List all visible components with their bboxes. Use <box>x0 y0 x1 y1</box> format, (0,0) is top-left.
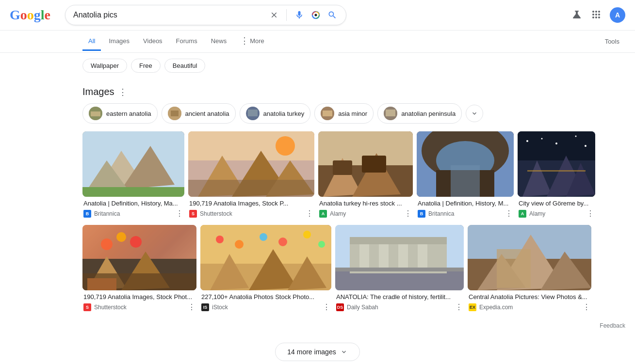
svg-point-43 <box>575 136 577 137</box>
svg-point-62 <box>235 240 244 249</box>
main-content: Images ⋮ eastern anatolia ancient anatol… <box>0 79 635 333</box>
source-info: DS Daily Sabah <box>336 303 378 311</box>
image-card-row2-2[interactable]: 227,100+ Anatolia Photos Stock Photo... … <box>200 225 331 315</box>
source-info: EX Expedia.com <box>469 303 513 311</box>
chip-wallpaper[interactable]: Wallpaper <box>82 59 127 73</box>
card-options-icon[interactable]: ⋮ <box>176 209 183 218</box>
svg-rect-23 <box>188 180 314 197</box>
search-button[interactable] <box>326 9 338 21</box>
card-options-icon[interactable]: ⋮ <box>455 302 463 312</box>
expand-related-button[interactable] <box>466 105 483 122</box>
image-source: S Shutterstock ⋮ <box>189 209 313 218</box>
voice-search-button[interactable] <box>293 9 305 21</box>
image-info: Anatolia turkey hi-res stock ... A Alamy… <box>318 197 413 221</box>
image-title: ANATOLIA: The cradle of history, fertili… <box>336 293 463 301</box>
svg-rect-72 <box>398 244 408 269</box>
image-info: 190,719 Anatolia Images, Stock Phot... S… <box>82 290 196 315</box>
header-right: A <box>571 7 625 23</box>
source-name: Britannica <box>94 210 120 217</box>
image-title: 190,719 Anatolia Images, Stock Phot... <box>83 293 195 301</box>
related-chip-anatolia-turkey[interactable]: anatolia turkey <box>240 103 311 124</box>
labs-button[interactable] <box>571 9 583 22</box>
svg-rect-9 <box>323 111 332 116</box>
source-favicon: S <box>83 303 91 311</box>
svg-rect-29 <box>362 156 386 173</box>
svg-rect-16 <box>82 187 184 197</box>
image-card-row2-3[interactable]: ANATOLIA: The cradle of history, fertili… <box>335 225 464 315</box>
nav-item-more[interactable]: ⋮ More <box>234 31 270 52</box>
image-row-1: Anatolia | Definition, History, Ma... B … <box>82 131 625 221</box>
source-name: Alamy <box>330 210 346 217</box>
svg-point-41 <box>541 138 543 140</box>
svg-point-51 <box>101 238 113 250</box>
related-chip-anatolian-peninsula[interactable]: anatolian peninsula <box>377 103 462 124</box>
svg-rect-70 <box>359 244 369 269</box>
card-options-icon[interactable]: ⋮ <box>583 302 590 312</box>
nav-item-images[interactable]: Images <box>103 32 135 51</box>
nav-item-all[interactable]: All <box>82 32 101 51</box>
related-chip-ancient-anatolia[interactable]: ancient anatolia <box>162 103 236 124</box>
lens-search-button[interactable] <box>310 9 322 21</box>
source-favicon: S <box>189 210 197 218</box>
source-info: IS iStock <box>201 303 228 311</box>
card-options-icon[interactable]: ⋮ <box>306 209 313 218</box>
nav-item-videos[interactable]: Videos <box>137 32 168 51</box>
search-input[interactable]: Anatolia pics <box>73 11 264 19</box>
source-name: iStock <box>212 304 228 311</box>
image-thumbnail <box>335 225 464 290</box>
image-title: 190,719 Anatolia Images, Stock P... <box>189 200 313 207</box>
image-card-row2-4[interactable]: Central Anatolia Pictures: View Photos &… <box>468 225 591 315</box>
image-card-row2-1[interactable]: 190,719 Anatolia Images, Stock Phot... S… <box>82 225 196 315</box>
image-card-row1-2[interactable]: 190,719 Anatolia Images, Stock P... S Sh… <box>188 131 314 221</box>
image-thumbnail <box>82 131 184 197</box>
related-chip-eastern-anatolia[interactable]: eastern anatolia <box>82 103 158 124</box>
source-favicon: EX <box>469 303 476 311</box>
nav-tools[interactable]: Tools <box>599 33 625 50</box>
svg-point-40 <box>526 140 528 142</box>
load-more-label: 14 more images <box>287 348 336 356</box>
image-card-row1-3[interactable]: Anatolia turkey hi-res stock ... A Alamy… <box>318 131 413 221</box>
apps-button[interactable] <box>590 9 602 22</box>
images-header: Images ⋮ <box>82 79 625 103</box>
card-options-icon[interactable]: ⋮ <box>188 302 195 312</box>
image-card-row1-4[interactable]: Anatolia | Definition, History, M... B B… <box>417 131 514 221</box>
google-logo[interactable]: Google <box>10 7 50 23</box>
card-options-icon[interactable]: ⋮ <box>323 302 330 312</box>
related-chip-img <box>384 107 397 120</box>
load-more-button[interactable]: 14 more images <box>275 343 359 361</box>
card-options-icon[interactable]: ⋮ <box>404 209 412 218</box>
nav-item-forums[interactable]: Forums <box>170 32 203 51</box>
image-card-row1-1[interactable]: Anatolia | Definition, History, Ma... B … <box>82 131 184 221</box>
related-chips: eastern anatolia ancient anatolia anatol… <box>82 103 625 124</box>
image-source: B Britannica ⋮ <box>418 209 513 218</box>
nav-item-news[interactable]: News <box>205 32 233 51</box>
header: Google Anatolia pics A <box>0 0 635 31</box>
image-source: S Shutterstock ⋮ <box>83 302 195 312</box>
search-bar: Anatolia pics <box>65 5 346 25</box>
svg-point-1 <box>315 14 317 16</box>
image-title: Anatolia | Definition, History, Ma... <box>83 200 183 207</box>
image-title: Anatolia turkey hi-res stock ... <box>319 200 412 207</box>
card-options-icon[interactable]: ⋮ <box>505 209 513 218</box>
images-options-icon[interactable]: ⋮ <box>118 87 127 97</box>
related-chip-asia-minor[interactable]: asia minor <box>314 103 374 124</box>
image-card-row1-5[interactable]: City view of Göreme by... A Alamy ⋮ <box>518 131 595 221</box>
image-thumbnail <box>318 131 413 197</box>
card-options-icon[interactable]: ⋮ <box>586 209 594 218</box>
image-thumbnail <box>82 225 196 290</box>
feedback-text[interactable]: Feedback <box>82 318 625 333</box>
load-more-section: 14 more images <box>0 333 635 364</box>
chip-beautiful[interactable]: Beautiful <box>164 59 206 73</box>
user-avatar[interactable]: A <box>610 7 625 23</box>
source-name: Alamy <box>529 210 545 217</box>
image-info: Anatolia | Definition, History, Ma... B … <box>82 197 184 221</box>
image-info: 227,100+ Anatolia Photos Stock Photo... … <box>200 290 331 315</box>
clear-button[interactable] <box>269 10 279 20</box>
image-thumbnail <box>518 131 595 197</box>
image-source: A Alamy ⋮ <box>519 209 594 218</box>
svg-rect-73 <box>418 244 427 269</box>
nav-bar: All Images Videos Forums News ⋮ More Too… <box>0 31 635 53</box>
chip-free[interactable]: Free <box>131 59 161 73</box>
source-info: B Britannica <box>83 210 120 218</box>
divider <box>286 9 287 21</box>
